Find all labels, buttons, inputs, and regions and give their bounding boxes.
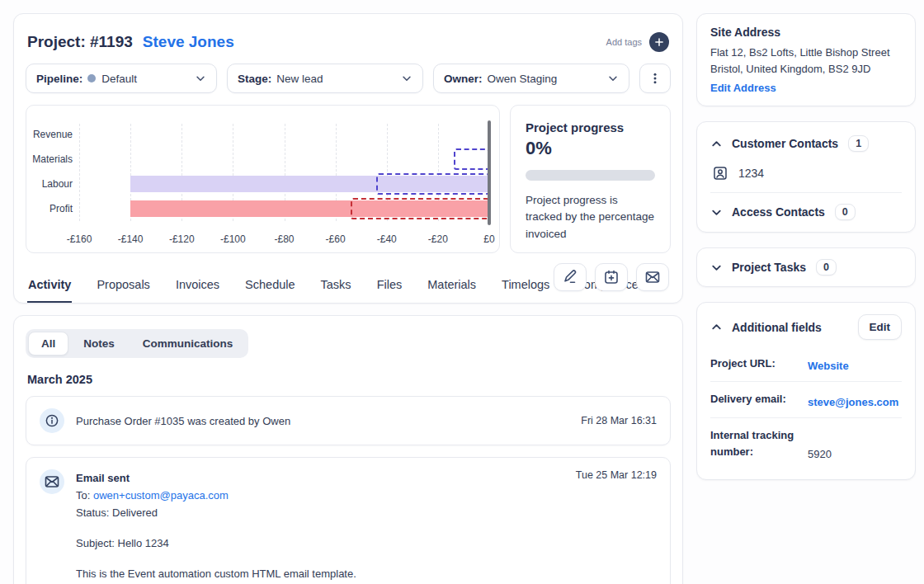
field-value[interactable]: steve@jones.com (808, 396, 902, 408)
pencil-icon (562, 269, 578, 285)
customer-contacts-count: 1 (848, 135, 869, 152)
additional-field-row: Project URL:Website (710, 346, 902, 382)
chart-tick-label: -£20 (428, 233, 448, 245)
tab-invoices[interactable]: Invoices (175, 278, 220, 303)
activity-list: Purchase Order #1035 was created by Owen… (26, 396, 671, 584)
tab-schedule[interactable]: Schedule (244, 278, 295, 303)
chart-tick-label: £0 (483, 233, 494, 245)
activity-item-line: Status: Delivered (76, 504, 564, 521)
progress-title: Project progress (526, 120, 655, 134)
field-value: 5920 (808, 448, 902, 460)
main-column: Project: #1193 Steve Jones Add tags Pipe… (13, 13, 683, 584)
customer-contacts-label: Customer Contacts (732, 137, 838, 150)
field-label: Delivery email: (710, 391, 808, 407)
project-summary-card: Project: #1193 Steve Jones Add tags Pipe… (13, 13, 683, 304)
field-label: Internal tracking number: (710, 427, 808, 460)
calendar-add-icon (603, 269, 620, 285)
project-tasks-label: Project Tasks (732, 261, 806, 274)
line-label: To: (76, 489, 93, 502)
activity-filter-notes[interactable]: Notes (70, 332, 128, 356)
spacer (76, 552, 564, 565)
tab-files[interactable]: Files (376, 278, 403, 303)
site-address-card: Site Address Flat 12, Bs2 Lofts, Little … (696, 13, 916, 106)
owner-value: Owen Staging (488, 73, 558, 85)
tab-activity[interactable]: Activity (27, 278, 72, 303)
tab-tasks[interactable]: Tasks (320, 278, 352, 303)
project-progress-card: Project progress 0% Project progress is … (510, 105, 671, 253)
owner-dropdown[interactable]: Owner: Owen Staging (433, 64, 629, 93)
add-tags-label: Add tags (606, 37, 642, 47)
edit-address-link[interactable]: Edit Address (710, 82, 776, 94)
spacer (76, 521, 564, 535)
activity-filter-control: AllNotesCommunications (26, 329, 248, 358)
chart-zero-axis (488, 120, 491, 225)
tab-timelogs[interactable]: Timelogs (501, 278, 550, 303)
access-contacts-count: 0 (835, 204, 856, 220)
activity-item-line: To: owen+custom@payaca.com (76, 487, 564, 504)
more-options-button[interactable] (639, 64, 671, 93)
page-title: Project: #1193 Steve Jones (27, 33, 234, 51)
project-tasks-header[interactable]: Project Tasks 0 (710, 259, 902, 276)
field-value[interactable]: Website (808, 360, 902, 372)
add-tags-button[interactable] (649, 32, 669, 52)
edit-fields-button[interactable]: Edit (858, 314, 903, 340)
activity-item-title: Email sent (76, 469, 564, 487)
chart-tick-label: -£120 (169, 233, 195, 245)
divider (710, 192, 902, 193)
project-number: Project: #1193 (27, 33, 133, 51)
tab-proposals[interactable]: Proposals (96, 278, 150, 303)
progress-bar (526, 170, 655, 181)
financial-chart: RevenueMaterialsLabourProfit-£160-£140-£… (26, 105, 500, 253)
chevron-down-icon (195, 73, 206, 84)
additional-fields-card: Additional fields Edit Project URL:Websi… (696, 302, 916, 480)
tab-materials[interactable]: Materials (427, 278, 477, 303)
activity-item-timestamp: Tue 25 Mar 12:19 (576, 469, 657, 584)
activity-filter-all[interactable]: All (28, 332, 68, 356)
chart-tick-label: -£100 (220, 233, 246, 245)
chevron-up-icon (710, 138, 723, 150)
chart-tick-label: -£140 (118, 233, 144, 245)
additional-fields-label: Additional fields (732, 321, 822, 334)
chart-category-label: Labour (26, 178, 73, 190)
chart-tick-label: -£160 (67, 233, 92, 245)
envelope-icon (644, 269, 661, 285)
activity-filter-communications[interactable]: Communications (130, 332, 247, 356)
chart-row (79, 147, 489, 172)
contact-name: 1234 (738, 167, 764, 180)
tabs-row: ActivityProposalsInvoicesScheduleTasksFi… (26, 261, 671, 303)
access-contacts-header[interactable]: Access Contacts 0 (710, 204, 902, 220)
email-link[interactable]: owen+custom@payaca.com (93, 489, 229, 502)
edit-button[interactable] (554, 263, 587, 291)
activity-item: Purchase Order #1035 was created by Owen… (26, 396, 671, 445)
chevron-down-icon (401, 73, 412, 84)
chart-bar-dashed-outline (454, 148, 489, 170)
access-contacts-label: Access Contacts (732, 205, 825, 219)
chart-x-axis: -£160-£140-£120-£100-£80-£60-£40-£20£0 (79, 233, 489, 245)
chart-tick-label: -£60 (326, 233, 346, 245)
project-header: Project: #1193 Steve Jones Add tags (26, 26, 671, 59)
additional-field-row: Internal tracking number:5920 (710, 418, 902, 469)
progress-percent: 0% (526, 138, 655, 159)
customer-contacts-header[interactable]: Customer Contacts 1 (710, 135, 902, 152)
customer-link[interactable]: Steve Jones (143, 33, 234, 51)
project-tasks-count: 0 (816, 259, 837, 276)
info-icon (40, 408, 64, 433)
chart-category-label: Profit (26, 203, 73, 214)
envelope-icon (40, 469, 64, 494)
stage-dropdown[interactable]: Stage: New lead (227, 64, 423, 93)
additional-field-row: Delivery email:steve@jones.com (710, 382, 902, 417)
activity-item-line: Subject: Hello 1234 (76, 535, 564, 552)
send-email-button[interactable] (636, 263, 669, 291)
project-tasks-card: Project Tasks 0 (696, 247, 916, 287)
chart-bar-dashed-outline (376, 173, 489, 195)
activity-item-line: This is the Event automation custom HTML… (76, 565, 564, 582)
sidebar: Site Address Flat 12, Bs2 Lofts, Little … (696, 13, 916, 480)
chevron-down-icon (607, 73, 619, 84)
schedule-event-button[interactable] (595, 263, 628, 291)
stage-label: Stage: (238, 73, 271, 85)
activity-item-content: Purchase Order #1035 was created by Owen (76, 412, 569, 430)
contact-list-item[interactable]: 1234 (712, 165, 902, 181)
add-tags-group: Add tags (606, 32, 669, 52)
contact-card-icon (712, 165, 728, 181)
pipeline-dropdown[interactable]: Pipeline: Default (26, 64, 217, 93)
